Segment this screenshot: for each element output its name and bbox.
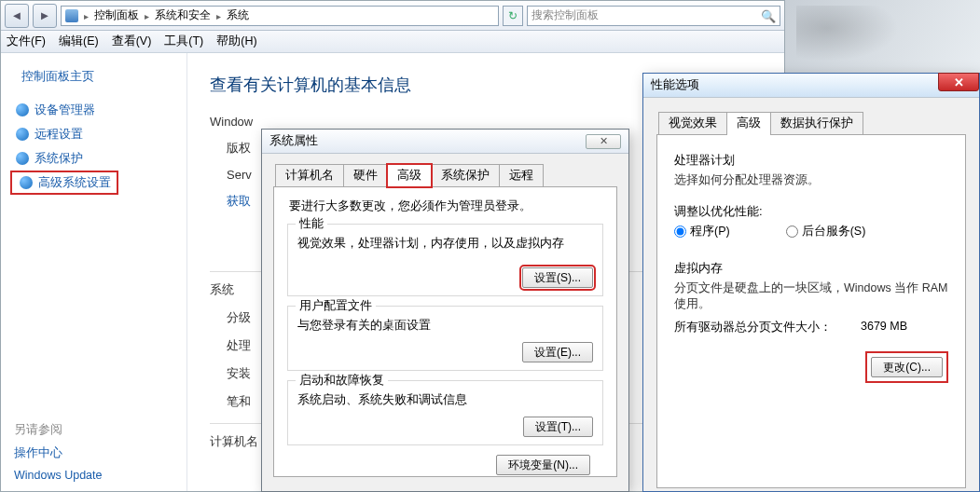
nav-device-manager[interactable]: 设备管理器 (7, 98, 181, 122)
radio-programs[interactable]: 程序(P) (674, 224, 730, 239)
tab-advanced[interactable]: 高级 (387, 164, 432, 187)
system-properties-dialog: 系统属性 ✕ 计算机名 硬件 高级 系统保护 远程 要进行大多数更改，您必须作为… (261, 129, 629, 492)
tab-remote[interactable]: 远程 (499, 164, 544, 187)
address-bar: ◄ ► 控制面板 系统和安全 系统 ↻ 搜索控制面板 🔍 (1, 1, 784, 31)
link-windows-update[interactable]: Windows Update (14, 469, 103, 482)
menu-view[interactable]: 查看(V) (112, 34, 152, 49)
menu-help[interactable]: 帮助(H) (216, 34, 256, 49)
nav-back-button[interactable]: ◄ (5, 4, 29, 28)
change-button[interactable]: 更改(C)... (871, 357, 943, 377)
tab-computer-name[interactable]: 计算机名 (275, 164, 344, 187)
tab-system-protection[interactable]: 系统保护 (431, 164, 500, 187)
group-startup-recovery: 启动和故障恢复 系统启动、系统失败和调试信息 设置(T)... (287, 380, 603, 445)
control-panel-icon (65, 9, 78, 22)
breadcrumb[interactable]: 控制面板 系统和安全 系统 (61, 6, 499, 26)
menu-edit[interactable]: 编辑(E) (59, 34, 99, 49)
menu-bar: 文件(F) 编辑(E) 查看(V) 工具(T) 帮助(H) (1, 31, 784, 53)
group-performance: 性能 视觉效果，处理器计划，内存使用，以及虚拟内存 设置(S)... (287, 224, 603, 296)
tab-visual-effects[interactable]: 视觉效果 (658, 112, 727, 135)
sched-title: 处理器计划 (674, 152, 948, 169)
tab-advanced[interactable]: 高级 (726, 112, 771, 135)
desktop-wallpaper (785, 0, 980, 75)
change-button-highlight: 更改(C)... (865, 351, 948, 383)
close-button[interactable]: ✕ (586, 134, 621, 149)
nav-system-protection[interactable]: 系统保护 (7, 146, 181, 171)
performance-options-dialog: 性能选项 ✕ 视觉效果 高级 数据执行保护 处理器计划 选择如何分配处理器资源。… (642, 73, 980, 492)
left-nav: 控制面板主页 设备管理器 远程设置 系统保护 高级系统设置 另请参阅 操作中心 … (1, 53, 187, 491)
startup-desc: 系统启动、系统失败和调试信息 (297, 392, 593, 408)
radio-background[interactable]: 后台服务(S) (786, 224, 866, 239)
tab-hardware[interactable]: 硬件 (343, 164, 388, 187)
shield-icon (16, 152, 29, 165)
dialog-title: 性能选项 (651, 77, 699, 93)
group-title-userprofiles: 用户配置文件 (296, 298, 376, 314)
crumb-system-security[interactable]: 系统和安全 (155, 7, 211, 23)
settings-performance-button[interactable]: 设置(S)... (522, 267, 593, 288)
menu-file[interactable]: 文件(F) (7, 34, 46, 49)
refresh-button[interactable]: ↻ (503, 6, 523, 26)
group-title-performance: 性能 (296, 216, 327, 232)
settings-startup-button[interactable]: 设置(T)... (523, 417, 593, 437)
group-title-startup: 启动和故障恢复 (296, 373, 388, 389)
tab-dep[interactable]: 数据执行保护 (770, 112, 863, 135)
menu-tools[interactable]: 工具(T) (164, 34, 203, 49)
shield-icon (16, 128, 29, 141)
radio-programs-input[interactable] (674, 226, 686, 238)
search-icon: 🔍 (761, 9, 776, 23)
crumb-control-panel[interactable]: 控制面板 (94, 7, 139, 23)
userprofiles-desc: 与您登录有关的桌面设置 (297, 318, 593, 334)
environment-variables-button[interactable]: 环境变量(N)... (496, 455, 590, 475)
perf-tabs: 视觉效果 高级 数据执行保护 (658, 111, 979, 134)
radio-background-input[interactable] (786, 226, 798, 238)
tabpage-perf-advanced: 处理器计划 选择如何分配处理器资源。 调整以优化性能: 程序(P) 后台服务(S… (656, 134, 966, 488)
admin-note: 要进行大多数更改，您必须作为管理员登录。 (289, 198, 603, 214)
see-also-label: 另请参阅 (14, 422, 103, 438)
shield-icon (20, 176, 33, 189)
dialog-title: 系统属性 (269, 133, 318, 149)
nav-remote-settings[interactable]: 远程设置 (7, 122, 181, 146)
vm-total-value: 3679 MB (861, 320, 907, 335)
nav-home[interactable]: 控制面板主页 (21, 68, 181, 85)
tabpage-advanced: 要进行大多数更改，您必须作为管理员登录。 性能 视觉效果，处理器计划，内存使用，… (273, 186, 617, 477)
close-button[interactable]: ✕ (938, 73, 979, 91)
group-user-profiles: 用户配置文件 与您登录有关的桌面设置 设置(E)... (287, 306, 603, 371)
crumb-system[interactable]: 系统 (227, 7, 249, 23)
nav-forward-button[interactable]: ► (33, 4, 57, 28)
sched-desc: 选择如何分配处理器资源。 (674, 172, 948, 188)
vm-title: 虚拟内存 (674, 260, 948, 277)
nav-advanced-system-settings[interactable]: 高级系统设置 (10, 171, 118, 195)
settings-userprofiles-button[interactable]: 设置(E)... (522, 342, 593, 362)
search-input[interactable]: 搜索控制面板 🔍 (527, 6, 780, 26)
link-action-center[interactable]: 操作中心 (14, 445, 103, 461)
performance-desc: 视觉效果，处理器计划，内存使用，以及虚拟内存 (297, 236, 593, 252)
vm-desc: 分页文件是硬盘上的一块区域，Windows 当作 RAM 使用。 (674, 280, 948, 312)
sysprops-tabs: 计算机名 硬件 高级 系统保护 远程 (275, 163, 628, 186)
adjust-label: 调整以优化性能: (674, 203, 948, 220)
search-placeholder: 搜索控制面板 (531, 7, 599, 23)
shield-icon (16, 103, 29, 116)
vm-total-label: 所有驱动器总分页文件大小： (674, 320, 861, 335)
